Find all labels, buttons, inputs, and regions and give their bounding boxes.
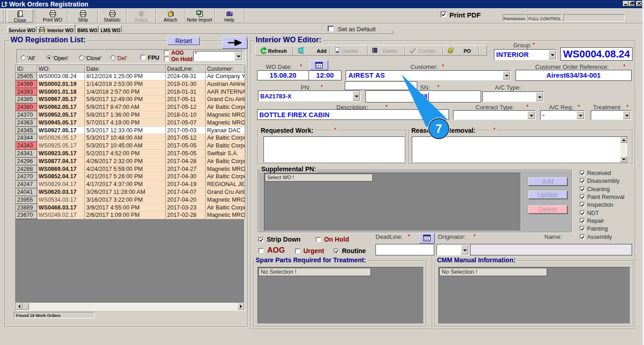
svg-text:?: ? bbox=[230, 11, 232, 15]
